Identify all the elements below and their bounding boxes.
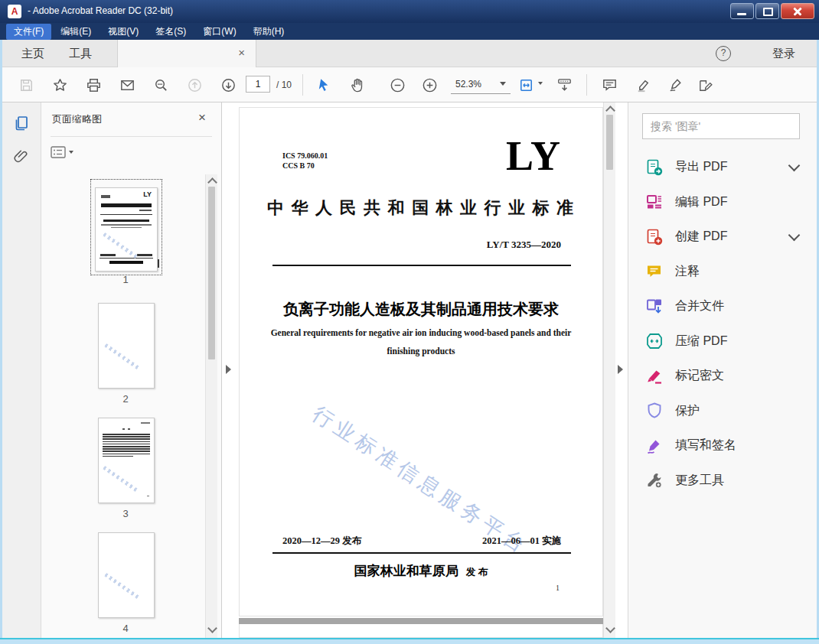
menu-item-4[interactable]: 窗口(W)	[195, 24, 243, 40]
more-tools-icon	[645, 471, 664, 490]
mini-text-bar	[101, 203, 152, 207]
thumbnail-page-3[interactable]	[98, 418, 155, 503]
stamp-tool-icon[interactable]	[693, 73, 717, 97]
chevron-down-icon[interactable]	[788, 229, 801, 242]
tool-label: 填写和签名	[675, 437, 736, 454]
search-icon[interactable]	[148, 73, 173, 97]
redact-icon	[645, 367, 664, 385]
menu-item-1[interactable]: 编辑(E)	[53, 24, 99, 40]
menu-item-3[interactable]: 签名(S)	[148, 24, 194, 40]
tool-item-compress-pdf[interactable]: 压缩 PDF	[628, 324, 817, 359]
thumbnail-panel-close-icon[interactable]: ×	[198, 110, 206, 125]
close-window-button[interactable]	[781, 3, 814, 19]
toolbar-divider	[302, 74, 303, 96]
collapse-right-panel-handle[interactable]	[618, 365, 623, 374]
acrobat-logo-icon: A	[8, 5, 21, 18]
scroll-down-icon[interactable]	[605, 623, 615, 633]
next-page-icon[interactable]	[216, 73, 240, 97]
tool-item-fill-sign[interactable]: 填写和签名	[628, 428, 817, 463]
doc-standard-number: LY/T 3235—2020	[487, 239, 561, 251]
tool-item-protect[interactable]: 保护	[628, 394, 817, 429]
attachments-paperclip-icon[interactable]	[8, 144, 34, 170]
save-icon[interactable]	[14, 73, 38, 97]
print-icon[interactable]	[81, 73, 106, 97]
thumbnail-page-2[interactable]	[98, 303, 155, 389]
tools-search-input[interactable]	[642, 113, 800, 139]
tool-label: 标记密文	[675, 368, 724, 384]
mini-text-bar	[137, 254, 152, 256]
doc-ics-codes: ICS 79.060.01CCS B 70	[282, 151, 328, 171]
tool-item-edit-pdf[interactable]: 编辑 PDF	[628, 185, 817, 220]
mini-text-bar	[100, 214, 152, 215]
document-tab[interactable]: ×	[117, 40, 256, 67]
document-scrollbar[interactable]	[603, 102, 615, 638]
zoom-in-icon[interactable]	[417, 73, 442, 97]
fit-width-icon[interactable]	[514, 73, 538, 97]
chevron-down-icon[interactable]	[788, 160, 801, 172]
favorite-star-icon[interactable]	[47, 73, 72, 97]
mini-text-line	[103, 454, 150, 455]
tool-item-more-tools[interactable]: 更多工具	[628, 463, 817, 499]
help-icon[interactable]: ?	[716, 46, 731, 61]
toolbar: / 10 52.3%	[2, 67, 817, 102]
thumbnail-panel-title: 页面缩略图	[52, 112, 102, 126]
doc-standard-logo: LY	[506, 135, 561, 177]
sign-in-button[interactable]: 登录	[772, 40, 795, 67]
previous-page-icon[interactable]	[182, 73, 207, 97]
tools-list: 导出 PDF编辑 PDF创建 PDF注释合并文件压缩 PDF标记密文保护填写和签…	[628, 150, 817, 498]
thumbnail-options-button[interactable]	[51, 144, 81, 161]
tool-item-create-pdf[interactable]: 创建 PDF	[628, 220, 817, 255]
menu-item-2[interactable]: 视图(V)	[100, 24, 146, 40]
fit-options-chevron-icon[interactable]	[538, 82, 543, 85]
mini-text-bar	[122, 428, 125, 430]
tab-tools[interactable]: 工具	[59, 40, 102, 67]
collapse-left-panel-handle[interactable]	[226, 365, 231, 374]
doc-rule	[272, 265, 571, 266]
tool-label: 导出 PDF	[675, 159, 727, 175]
page-number-input[interactable]	[246, 76, 270, 93]
maximize-button[interactable]	[755, 3, 779, 19]
scroll-down-icon[interactable]	[207, 623, 217, 633]
menu-item-5[interactable]: 帮助(H)	[246, 24, 292, 40]
thumbnail-label-4: 4	[103, 623, 148, 634]
window-frame	[0, 40, 2, 644]
zoom-out-icon[interactable]	[385, 73, 410, 97]
comment-tool-icon[interactable]	[597, 73, 622, 97]
doc-publisher: 国家林业和草原局发 布	[240, 562, 602, 580]
mini-text-bar	[100, 254, 116, 256]
tab-home[interactable]: 主页	[11, 40, 54, 67]
scrollbar-thumb[interactable]	[208, 187, 215, 359]
thumbnail-label-1: 1	[103, 274, 148, 285]
thumbnail-page-1[interactable]: LY	[95, 187, 158, 272]
zoom-level-select[interactable]: 52.3%	[451, 74, 511, 94]
page-thumbnails-rail-icon[interactable]	[8, 110, 34, 136]
tool-item-redact[interactable]: 标记密文	[628, 359, 817, 394]
mini-page-number	[147, 496, 149, 497]
select-tool-icon[interactable]	[312, 73, 336, 97]
tool-item-combine-files[interactable]: 合并文件	[628, 289, 817, 324]
sign-tool-icon[interactable]	[664, 73, 688, 97]
email-icon[interactable]	[115, 73, 139, 97]
tool-item-comment[interactable]: 注释	[628, 255, 817, 290]
mini-text-line	[103, 436, 150, 437]
thumbnail-scrollbar[interactable]	[205, 174, 217, 638]
doc-issue-date: 2020—12—29 发布	[282, 535, 361, 548]
mini-text-line	[103, 444, 150, 445]
hand-tool-icon[interactable]	[345, 73, 370, 97]
window-title: - Adobe Acrobat Reader DC (32-bit)	[28, 5, 173, 16]
scrollbar-thumb[interactable]	[606, 115, 613, 170]
highlighter-tool-icon[interactable]	[631, 73, 655, 97]
collapse-toolbar-icon[interactable]	[552, 73, 576, 97]
thumbnail-page-4[interactable]	[98, 532, 155, 618]
minimize-button[interactable]	[730, 3, 754, 19]
mini-watermark	[103, 466, 137, 492]
minimize-icon	[737, 13, 746, 15]
scroll-up-icon[interactable]	[605, 106, 615, 115]
edit-pdf-icon	[645, 193, 664, 211]
tool-item-export-pdf[interactable]: 导出 PDF	[628, 150, 817, 185]
scroll-up-icon[interactable]	[207, 177, 217, 187]
menu-item-0[interactable]: 文件(F)	[6, 24, 51, 40]
tab-close-icon[interactable]: ×	[238, 46, 245, 60]
mini-text-line	[103, 434, 150, 435]
mini-text-bar	[141, 422, 150, 424]
